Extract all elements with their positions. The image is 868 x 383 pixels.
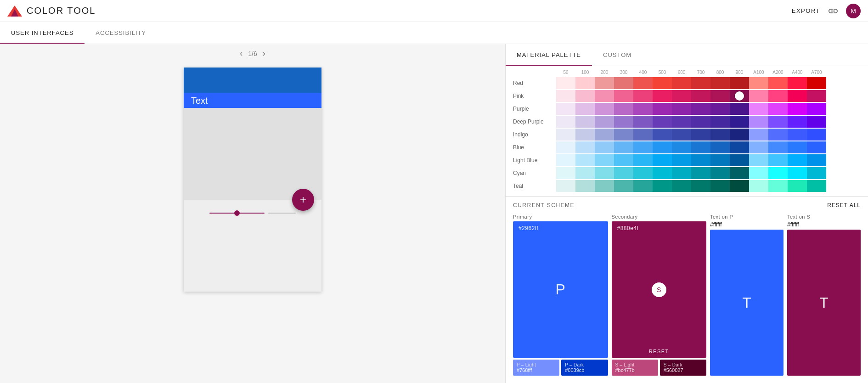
color-cell[interactable] [788,154,807,166]
color-cell[interactable] [575,180,595,192]
color-cell[interactable] [768,180,788,192]
color-cell[interactable] [730,154,749,166]
next-page-button[interactable]: › [263,49,265,58]
color-cell[interactable] [788,116,807,128]
tab-material-palette[interactable]: MATERIAL PALETTE [506,44,592,66]
user-avatar[interactable]: M [846,4,861,18]
color-cell[interactable] [653,77,672,89]
color-cell[interactable] [575,154,595,166]
color-cell[interactable] [749,90,768,102]
color-cell[interactable] [672,103,691,115]
slider-track[interactable] [209,213,265,214]
color-cell[interactable] [614,167,633,179]
color-cell[interactable] [556,167,575,179]
color-cell[interactable] [595,154,614,166]
color-cell[interactable] [710,154,730,166]
color-cell[interactable] [710,77,730,89]
color-cell[interactable] [575,103,595,115]
color-cell[interactable] [556,141,575,153]
color-cell[interactable] [749,154,768,166]
color-cell[interactable] [749,116,768,128]
color-cell[interactable] [749,129,768,141]
color-cell[interactable] [691,103,710,115]
color-cell[interactable] [595,167,614,179]
color-cell[interactable] [768,116,788,128]
color-cell[interactable] [768,167,788,179]
color-cell[interactable] [575,77,595,89]
color-cell[interactable] [653,90,672,102]
color-cell[interactable] [614,154,633,166]
color-cell[interactable] [672,180,691,192]
color-cell[interactable] [556,90,575,102]
color-cell[interactable] [807,116,826,128]
color-cell[interactable] [807,154,826,166]
fab-button[interactable]: + [292,189,314,211]
color-cell[interactable] [575,129,595,141]
color-cell[interactable] [807,180,826,192]
color-cell[interactable] [614,180,633,192]
color-cell[interactable] [633,154,653,166]
color-cell[interactable] [653,129,672,141]
color-cell[interactable] [614,103,633,115]
color-cell[interactable] [653,116,672,128]
tab-custom[interactable]: CUSTOM [592,44,643,66]
color-cell[interactable] [575,141,595,153]
color-cell[interactable] [730,77,749,89]
color-cell[interactable] [788,77,807,89]
color-cell[interactable] [730,141,749,153]
color-cell[interactable] [595,77,614,89]
color-cell[interactable] [633,116,653,128]
color-cell[interactable] [788,103,807,115]
color-cell[interactable] [691,141,710,153]
color-cell[interactable] [595,180,614,192]
color-cell[interactable] [768,154,788,166]
color-cell[interactable] [768,90,788,102]
tab-user-interfaces[interactable]: USER INTERFACES [0,22,85,44]
color-cell[interactable] [556,154,575,166]
color-cell[interactable] [788,90,807,102]
color-cell[interactable] [672,141,691,153]
color-cell[interactable] [556,103,575,115]
color-cell[interactable] [595,90,614,102]
color-cell[interactable] [749,141,768,153]
color-cell[interactable] [807,103,826,115]
color-cell[interactable] [672,77,691,89]
color-cell[interactable] [575,167,595,179]
color-cell[interactable] [614,77,633,89]
color-cell[interactable] [595,129,614,141]
color-cell[interactable] [653,103,672,115]
color-cell[interactable] [633,90,653,102]
color-cell[interactable] [672,90,691,102]
color-cell[interactable] [768,103,788,115]
color-cell[interactable] [672,154,691,166]
color-cell[interactable] [633,141,653,153]
color-cell[interactable] [672,167,691,179]
color-cell[interactable] [595,103,614,115]
color-cell[interactable] [807,90,826,102]
color-cell[interactable] [633,180,653,192]
color-cell[interactable] [691,180,710,192]
color-cell[interactable] [653,167,672,179]
color-cell[interactable] [807,167,826,179]
color-cell[interactable] [710,180,730,192]
color-cell[interactable] [691,154,710,166]
color-cell[interactable] [691,129,710,141]
prev-page-button[interactable]: ‹ [240,49,242,58]
color-cell[interactable] [788,141,807,153]
color-cell[interactable] [730,167,749,179]
color-cell[interactable] [633,129,653,141]
color-cell[interactable] [691,77,710,89]
color-cell[interactable] [653,154,672,166]
color-cell[interactable] [614,141,633,153]
color-cell[interactable] [633,77,653,89]
color-cell[interactable] [633,167,653,179]
color-cell[interactable] [788,129,807,141]
color-cell[interactable] [556,116,575,128]
color-cell[interactable] [691,116,710,128]
color-cell[interactable] [556,129,575,141]
color-cell[interactable] [710,103,730,115]
primary-light-swatch[interactable]: P – Light #768fff [513,360,559,376]
color-cell[interactable] [614,116,633,128]
color-cell[interactable] [672,129,691,141]
color-cell[interactable] [710,116,730,128]
